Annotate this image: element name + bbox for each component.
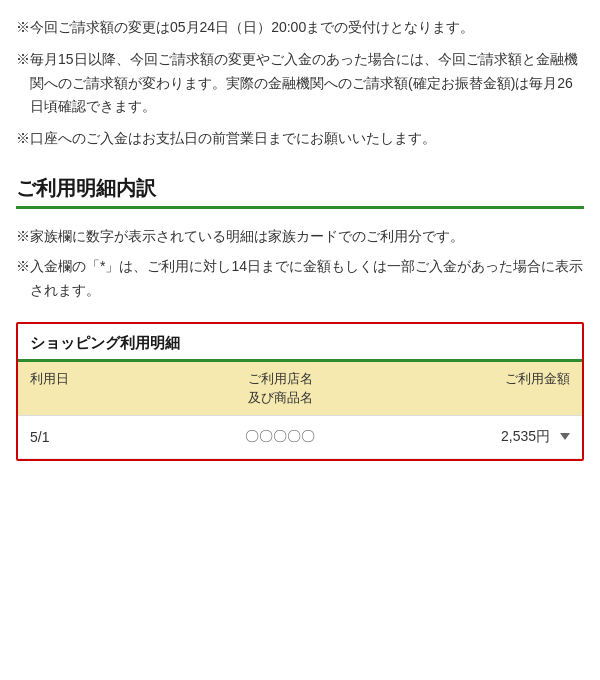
row-date: 5/1 <box>30 429 110 445</box>
amount-value: 2,535円 <box>501 428 550 446</box>
row-name: 〇〇〇〇〇 <box>110 428 450 446</box>
shopping-table-title: ショッピング利用明細 <box>18 324 582 362</box>
col-header-date: 利用日 <box>30 370 110 406</box>
notice-item-1: ※今回ご請求額の変更は05月24日（日）20:00までの受付けとなります。 <box>16 16 584 40</box>
section-title: ご利用明細内訳 <box>16 175 584 202</box>
section-title-block: ご利用明細内訳 <box>16 175 584 209</box>
table-header-row: 利用日 ご利用店名及び商品名 ご利用金額 <box>18 362 582 415</box>
note-item-1: ※家族欄に数字が表示されている明細は家族カードでのご利用分です。 <box>16 225 584 249</box>
notes-section: ※家族欄に数字が表示されている明細は家族カードでのご利用分です。 ※入金欄の「*… <box>16 225 584 302</box>
shopping-table-wrapper: ショッピング利用明細 利用日 ご利用店名及び商品名 ご利用金額 5/1 〇〇〇〇… <box>16 322 584 460</box>
col-header-amount: ご利用金額 <box>450 370 570 406</box>
col-header-name: ご利用店名及び商品名 <box>110 370 450 406</box>
col-header-name-label: ご利用店名及び商品名 <box>248 371 313 404</box>
row-amount: 2,535円 <box>450 428 570 446</box>
note-item-2: ※入金欄の「*」は、ご利用に対し14日までに金額もしくは一部ご入金があった場合に… <box>16 255 584 303</box>
notice-item-2: ※毎月15日以降、今回ご請求額の変更やご入金のあった場合には、今回ご請求額と金融… <box>16 48 584 119</box>
dropdown-arrow-icon[interactable] <box>560 433 570 440</box>
table-row: 5/1 〇〇〇〇〇 2,535円 <box>18 416 582 459</box>
notice-section: ※今回ご請求額の変更は05月24日（日）20:00までの受付けとなります。 ※毎… <box>16 16 584 151</box>
notice-item-3: ※口座へのご入金はお支払日の前営業日までにお願いいたします。 <box>16 127 584 151</box>
